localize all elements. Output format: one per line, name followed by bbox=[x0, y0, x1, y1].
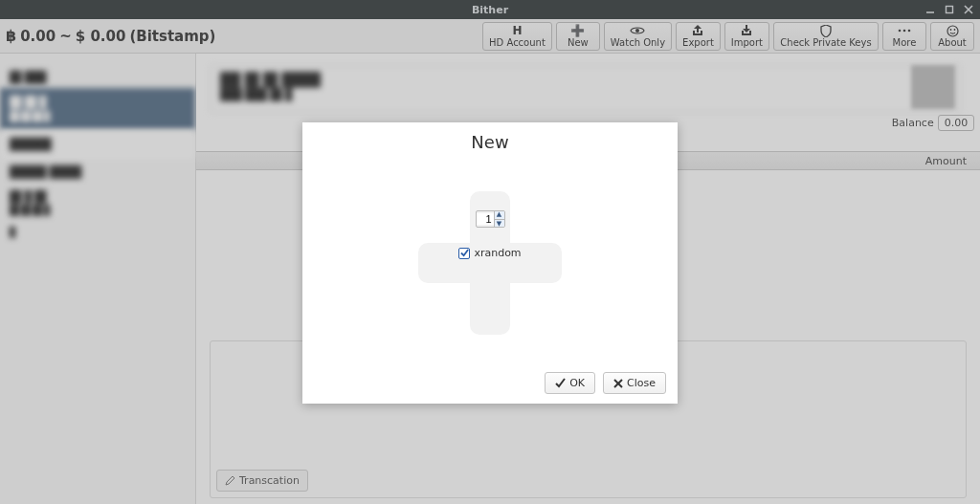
ok-label: OK bbox=[569, 377, 585, 389]
dialog-title: New bbox=[302, 132, 678, 152]
x-icon bbox=[613, 379, 623, 388]
xrandom-checkbox[interactable] bbox=[458, 248, 470, 259]
count-input[interactable] bbox=[477, 213, 494, 225]
xrandom-label: xrandom bbox=[474, 247, 521, 259]
spinner-down-icon[interactable]: ▼ bbox=[495, 219, 504, 228]
close-button[interactable]: Close bbox=[603, 372, 666, 394]
ok-button[interactable]: OK bbox=[545, 372, 595, 394]
xrandom-row[interactable]: xrandom bbox=[458, 247, 521, 259]
check-icon bbox=[555, 378, 566, 388]
dialog-form: ▲ ▼ xrandom bbox=[302, 210, 678, 259]
dialog-actions: OK Close bbox=[545, 372, 666, 394]
spinner-up-icon[interactable]: ▲ bbox=[495, 210, 504, 219]
count-spinner[interactable]: ▲ ▼ bbox=[476, 210, 505, 228]
new-dialog: New ▲ ▼ xrandom OK Close bbox=[302, 122, 678, 404]
check-icon bbox=[460, 249, 469, 257]
close-label: Close bbox=[627, 377, 656, 389]
spinner-arrows: ▲ ▼ bbox=[494, 210, 504, 228]
